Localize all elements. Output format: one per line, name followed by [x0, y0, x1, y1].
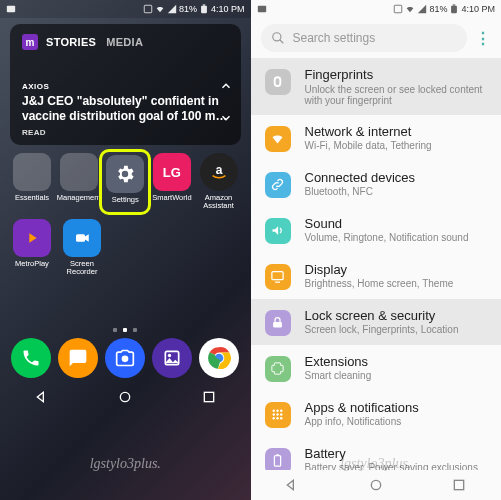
svg-point-37	[371, 480, 380, 489]
settings-item-subtitle: Wi-Fi, Mobile data, Tethering	[305, 140, 488, 151]
svg-rect-2	[201, 6, 207, 14]
sound-icon	[265, 218, 291, 244]
settings-item-subtitle: Brightness, Home screen, Theme	[305, 278, 488, 289]
lg-icon: LG	[153, 153, 191, 191]
settings-item-sound[interactable]: SoundVolume, Ringtone, Notification soun…	[251, 207, 502, 253]
settings-item-title: Display	[305, 262, 488, 278]
battery-icon	[449, 4, 459, 14]
play-icon	[13, 219, 51, 257]
chevron-down-icon[interactable]	[219, 111, 233, 125]
svg-point-8	[122, 356, 129, 363]
folder-icon	[13, 153, 51, 191]
dock-messages[interactable]	[58, 338, 98, 378]
search-input[interactable]: Search settings	[261, 24, 468, 52]
dock-camera[interactable]	[105, 338, 145, 378]
widget-headline[interactable]: J&J CEO "absolutely" confident in vaccin…	[22, 94, 229, 124]
svg-text:a: a	[215, 163, 222, 177]
battery-pct: 81%	[179, 4, 197, 14]
svg-point-31	[273, 417, 276, 420]
app-metroplay[interactable]: MetroPlay	[10, 219, 54, 277]
nav-back-icon[interactable]	[34, 389, 50, 405]
svg-marker-7	[85, 234, 89, 242]
svg-rect-35	[276, 454, 279, 455]
svg-marker-13	[37, 392, 43, 401]
recorder-icon	[63, 219, 101, 257]
settings-item-subtitle: App info, Notifications	[305, 416, 488, 427]
svg-point-20	[272, 33, 280, 41]
nav-home-icon[interactable]	[368, 477, 384, 493]
settings-item-connected-devices[interactable]: Connected devicesBluetooth, NFC	[251, 161, 502, 207]
svg-point-28	[273, 413, 276, 416]
watermark: lgstylo3plus.	[0, 456, 251, 472]
lock-icon	[265, 310, 291, 336]
nfc-icon	[393, 4, 403, 14]
app-management[interactable]: Management	[57, 153, 101, 211]
svg-point-33	[280, 417, 283, 420]
settings-item-apps-notifications[interactable]: Apps & notificationsApp info, Notificati…	[251, 391, 502, 437]
wifi-icon	[265, 126, 291, 152]
gear-icon	[106, 155, 144, 193]
dock-gallery[interactable]	[152, 338, 192, 378]
metro-status-icon	[6, 4, 16, 14]
settings-item-fingerprints[interactable]: FingerprintsUnlock the screen or see loc…	[251, 58, 502, 115]
settings-item-subtitle: Screen lock, Fingerprints, Location	[305, 324, 488, 335]
svg-point-26	[276, 410, 279, 413]
settings-item-extensions[interactable]: ExtensionsSmart cleaning	[251, 345, 502, 391]
widget-read[interactable]: READ	[22, 128, 229, 137]
settings-item-network-internet[interactable]: Network & internetWi-Fi, Mobile data, Te…	[251, 115, 502, 161]
ext-icon	[265, 356, 291, 382]
clock: 4:10 PM	[461, 4, 495, 14]
settings-item-subtitle: Unlock the screen or see locked content …	[305, 84, 488, 106]
nav-recent-icon[interactable]	[201, 389, 217, 405]
dock-chrome[interactable]	[199, 338, 239, 378]
app-smartworld[interactable]: LGSmartWorld	[150, 153, 194, 211]
dock-phone[interactable]	[11, 338, 51, 378]
svg-point-32	[276, 417, 279, 420]
settings-item-display[interactable]: DisplayBrightness, Home screen, Theme	[251, 253, 502, 299]
app-screen-recorder[interactable]: Screen Recorder	[60, 219, 104, 277]
svg-rect-24	[273, 322, 282, 328]
batt-icon	[265, 448, 291, 470]
widget-tab-media[interactable]: MEDIA	[106, 36, 143, 48]
widget-logo-icon: m	[22, 34, 38, 50]
signal-icon	[167, 4, 177, 14]
nav-bar	[251, 470, 502, 500]
svg-point-27	[280, 410, 283, 413]
search-icon	[271, 31, 285, 45]
settings-item-lock-screen-security[interactable]: Lock screen & securityScreen lock, Finge…	[251, 299, 502, 345]
svg-rect-34	[274, 456, 280, 467]
widget-source: AXIOS	[22, 82, 229, 91]
dock	[0, 332, 251, 382]
wifi-icon	[155, 4, 165, 14]
metro-status-icon	[257, 4, 267, 14]
nav-home-icon[interactable]	[117, 389, 133, 405]
news-widget[interactable]: m STORIES MEDIA AXIOS J&J CEO "absolutel…	[10, 24, 241, 145]
svg-point-14	[121, 392, 130, 401]
nav-recent-icon[interactable]	[451, 477, 467, 493]
status-bar: 81% 4:10 PM	[251, 0, 502, 18]
settings-item-subtitle: Battery saver, Power saving exclusions	[305, 462, 488, 470]
settings-item-subtitle: Smart cleaning	[305, 370, 488, 381]
app-essentials[interactable]: Essentials	[10, 153, 54, 211]
app-settings[interactable]: Settings	[103, 153, 147, 211]
folder-icon	[60, 153, 98, 191]
svg-point-25	[273, 410, 276, 413]
svg-rect-38	[455, 480, 464, 489]
widget-tab-stories[interactable]: STORIES	[46, 36, 96, 48]
clock: 4:10 PM	[211, 4, 245, 14]
battery-icon	[199, 4, 209, 14]
chevron-up-icon[interactable]	[219, 79, 233, 93]
svg-line-21	[279, 40, 283, 44]
search-row: Search settings ⋮	[251, 18, 502, 58]
nav-back-icon[interactable]	[284, 477, 300, 493]
svg-rect-16	[257, 6, 265, 13]
app-amazon-assistant[interactable]: aAmazon Assistant	[197, 153, 241, 211]
settings-item-battery[interactable]: BatteryBattery saver, Power saving exclu…	[251, 437, 502, 470]
overflow-menu-icon[interactable]: ⋮	[475, 29, 491, 48]
apps-icon	[265, 402, 291, 428]
settings-item-title: Battery	[305, 446, 488, 462]
svg-point-10	[168, 354, 171, 357]
svg-point-29	[276, 413, 279, 416]
svg-rect-3	[203, 4, 206, 5]
finger-icon	[265, 69, 291, 95]
